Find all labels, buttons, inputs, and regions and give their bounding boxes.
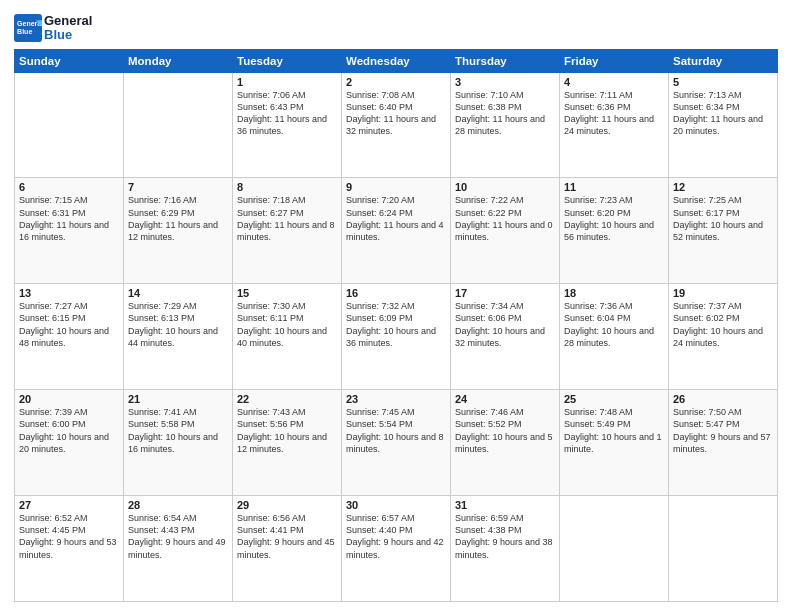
day-number: 18 [564,287,664,299]
calendar-cell: 14Sunrise: 7:29 AM Sunset: 6:13 PM Dayli… [124,284,233,390]
day-number: 21 [128,393,228,405]
calendar-cell: 1Sunrise: 7:06 AM Sunset: 6:43 PM Daylig… [233,72,342,178]
calendar-cell: 30Sunrise: 6:57 AM Sunset: 4:40 PM Dayli… [342,496,451,602]
day-number: 13 [19,287,119,299]
calendar-cell: 26Sunrise: 7:50 AM Sunset: 5:47 PM Dayli… [669,390,778,496]
calendar-cell: 13Sunrise: 7:27 AM Sunset: 6:15 PM Dayli… [15,284,124,390]
day-info: Sunrise: 7:32 AM Sunset: 6:09 PM Dayligh… [346,300,446,349]
day-number: 28 [128,499,228,511]
calendar-cell: 3Sunrise: 7:10 AM Sunset: 6:38 PM Daylig… [451,72,560,178]
day-info: Sunrise: 7:13 AM Sunset: 6:34 PM Dayligh… [673,89,773,138]
calendar-cell: 4Sunrise: 7:11 AM Sunset: 6:36 PM Daylig… [560,72,669,178]
calendar-cell: 22Sunrise: 7:43 AM Sunset: 5:56 PM Dayli… [233,390,342,496]
calendar-cell: 20Sunrise: 7:39 AM Sunset: 6:00 PM Dayli… [15,390,124,496]
day-info: Sunrise: 7:43 AM Sunset: 5:56 PM Dayligh… [237,406,337,455]
day-number: 22 [237,393,337,405]
calendar-cell: 18Sunrise: 7:36 AM Sunset: 6:04 PM Dayli… [560,284,669,390]
svg-text:Blue: Blue [17,29,32,36]
week-row-4: 20Sunrise: 7:39 AM Sunset: 6:00 PM Dayli… [15,390,778,496]
day-info: Sunrise: 7:46 AM Sunset: 5:52 PM Dayligh… [455,406,555,455]
calendar-cell: 16Sunrise: 7:32 AM Sunset: 6:09 PM Dayli… [342,284,451,390]
day-number: 20 [19,393,119,405]
day-info: Sunrise: 7:18 AM Sunset: 6:27 PM Dayligh… [237,194,337,243]
day-number: 3 [455,76,555,88]
weekday-header-row: SundayMondayTuesdayWednesdayThursdayFrid… [15,49,778,72]
day-info: Sunrise: 7:10 AM Sunset: 6:38 PM Dayligh… [455,89,555,138]
day-info: Sunrise: 6:57 AM Sunset: 4:40 PM Dayligh… [346,512,446,561]
day-number: 7 [128,181,228,193]
week-row-2: 6Sunrise: 7:15 AM Sunset: 6:31 PM Daylig… [15,178,778,284]
day-info: Sunrise: 7:22 AM Sunset: 6:22 PM Dayligh… [455,194,555,243]
day-info: Sunrise: 6:56 AM Sunset: 4:41 PM Dayligh… [237,512,337,561]
day-info: Sunrise: 7:50 AM Sunset: 5:47 PM Dayligh… [673,406,773,455]
calendar-cell: 15Sunrise: 7:30 AM Sunset: 6:11 PM Dayli… [233,284,342,390]
calendar-cell: 25Sunrise: 7:48 AM Sunset: 5:49 PM Dayli… [560,390,669,496]
day-number: 11 [564,181,664,193]
calendar-cell [669,496,778,602]
day-number: 17 [455,287,555,299]
day-number: 9 [346,181,446,193]
calendar-cell: 27Sunrise: 6:52 AM Sunset: 4:45 PM Dayli… [15,496,124,602]
day-info: Sunrise: 7:27 AM Sunset: 6:15 PM Dayligh… [19,300,119,349]
calendar-cell: 9Sunrise: 7:20 AM Sunset: 6:24 PM Daylig… [342,178,451,284]
day-info: Sunrise: 6:54 AM Sunset: 4:43 PM Dayligh… [128,512,228,561]
day-number: 30 [346,499,446,511]
day-info: Sunrise: 7:06 AM Sunset: 6:43 PM Dayligh… [237,89,337,138]
day-info: Sunrise: 7:41 AM Sunset: 5:58 PM Dayligh… [128,406,228,455]
calendar-cell [124,72,233,178]
calendar-cell: 17Sunrise: 7:34 AM Sunset: 6:06 PM Dayli… [451,284,560,390]
calendar-cell: 5Sunrise: 7:13 AM Sunset: 6:34 PM Daylig… [669,72,778,178]
day-number: 16 [346,287,446,299]
day-info: Sunrise: 7:11 AM Sunset: 6:36 PM Dayligh… [564,89,664,138]
calendar-cell: 21Sunrise: 7:41 AM Sunset: 5:58 PM Dayli… [124,390,233,496]
weekday-wednesday: Wednesday [342,49,451,72]
calendar-cell: 7Sunrise: 7:16 AM Sunset: 6:29 PM Daylig… [124,178,233,284]
day-info: Sunrise: 7:16 AM Sunset: 6:29 PM Dayligh… [128,194,228,243]
day-info: Sunrise: 7:48 AM Sunset: 5:49 PM Dayligh… [564,406,664,455]
calendar-table: SundayMondayTuesdayWednesdayThursdayFrid… [14,49,778,602]
day-info: Sunrise: 7:23 AM Sunset: 6:20 PM Dayligh… [564,194,664,243]
logo-icon: General Blue [14,14,42,42]
calendar-cell: 31Sunrise: 6:59 AM Sunset: 4:38 PM Dayli… [451,496,560,602]
day-number: 24 [455,393,555,405]
calendar-cell: 11Sunrise: 7:23 AM Sunset: 6:20 PM Dayli… [560,178,669,284]
day-number: 29 [237,499,337,511]
weekday-sunday: Sunday [15,49,124,72]
day-info: Sunrise: 7:25 AM Sunset: 6:17 PM Dayligh… [673,194,773,243]
day-info: Sunrise: 6:59 AM Sunset: 4:38 PM Dayligh… [455,512,555,561]
day-number: 23 [346,393,446,405]
logo-blue: Blue [44,28,92,42]
day-number: 26 [673,393,773,405]
day-number: 31 [455,499,555,511]
day-info: Sunrise: 7:08 AM Sunset: 6:40 PM Dayligh… [346,89,446,138]
day-number: 19 [673,287,773,299]
day-number: 5 [673,76,773,88]
weekday-friday: Friday [560,49,669,72]
calendar-cell [15,72,124,178]
header: General Blue General Blue [14,10,778,43]
day-info: Sunrise: 7:45 AM Sunset: 5:54 PM Dayligh… [346,406,446,455]
weekday-tuesday: Tuesday [233,49,342,72]
day-info: Sunrise: 7:34 AM Sunset: 6:06 PM Dayligh… [455,300,555,349]
weekday-monday: Monday [124,49,233,72]
calendar-cell: 8Sunrise: 7:18 AM Sunset: 6:27 PM Daylig… [233,178,342,284]
day-number: 14 [128,287,228,299]
day-number: 12 [673,181,773,193]
day-info: Sunrise: 7:29 AM Sunset: 6:13 PM Dayligh… [128,300,228,349]
day-number: 10 [455,181,555,193]
calendar-cell: 2Sunrise: 7:08 AM Sunset: 6:40 PM Daylig… [342,72,451,178]
logo: General Blue General Blue [14,14,92,43]
calendar-cell: 12Sunrise: 7:25 AM Sunset: 6:17 PM Dayli… [669,178,778,284]
day-number: 15 [237,287,337,299]
calendar-cell: 24Sunrise: 7:46 AM Sunset: 5:52 PM Dayli… [451,390,560,496]
calendar-cell [560,496,669,602]
day-number: 2 [346,76,446,88]
week-row-1: 1Sunrise: 7:06 AM Sunset: 6:43 PM Daylig… [15,72,778,178]
calendar-cell: 29Sunrise: 6:56 AM Sunset: 4:41 PM Dayli… [233,496,342,602]
calendar-page: General Blue General Blue SundayMondayTu… [0,0,792,612]
day-number: 6 [19,181,119,193]
calendar-cell: 19Sunrise: 7:37 AM Sunset: 6:02 PM Dayli… [669,284,778,390]
calendar-cell: 10Sunrise: 7:22 AM Sunset: 6:22 PM Dayli… [451,178,560,284]
weekday-thursday: Thursday [451,49,560,72]
week-row-3: 13Sunrise: 7:27 AM Sunset: 6:15 PM Dayli… [15,284,778,390]
